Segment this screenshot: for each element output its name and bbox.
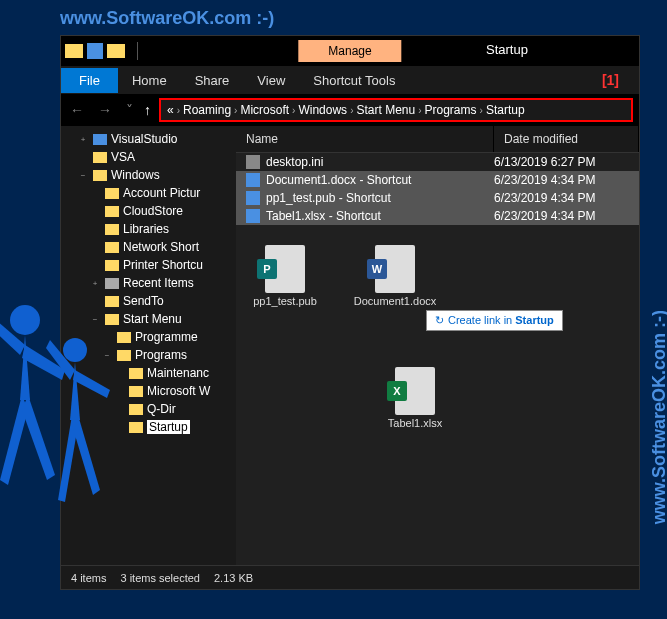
tree-item[interactable]: CloudStore xyxy=(61,202,236,220)
open-icon[interactable] xyxy=(107,44,125,58)
file-name: desktop.ini xyxy=(266,155,494,169)
tree-label: VSA xyxy=(111,150,135,164)
folder-icon xyxy=(105,260,119,271)
tree-label: Recent Items xyxy=(123,276,194,290)
column-name[interactable]: Name xyxy=(236,126,494,152)
titlebar[interactable]: Manage Startup xyxy=(61,36,639,66)
tree-item[interactable]: +VisualStudio xyxy=(61,130,236,148)
list-row[interactable]: pp1_test.pub - Shortcut6/23/2019 4:34 PM xyxy=(236,189,639,207)
tree-label: Maintenanc xyxy=(147,366,209,380)
annotation-marker-1: [1] xyxy=(602,72,619,88)
ribbon-tab-view[interactable]: View xyxy=(243,73,299,88)
navbar: ← → ˅ ↑ « › Roaming › Microsoft › Window… xyxy=(61,94,639,126)
content-area: +VisualStudioVSA−WindowsAccount PicturCl… xyxy=(61,126,639,565)
folder-icon xyxy=(105,188,119,199)
file-date: 6/23/2019 4:34 PM xyxy=(494,173,629,187)
tree-label: Libraries xyxy=(123,222,169,236)
file-name: pp1_test.pub - Shortcut xyxy=(266,191,494,205)
column-date[interactable]: Date modified xyxy=(494,126,639,152)
ribbon-tab-home[interactable]: Home xyxy=(118,73,181,88)
folder-icon xyxy=(105,242,119,253)
quickaccess-icon[interactable] xyxy=(87,43,103,59)
app-badge-icon: X xyxy=(387,381,407,401)
svg-point-0 xyxy=(10,305,40,335)
chevron-right-icon: › xyxy=(292,105,295,116)
ribbon-tab-share[interactable]: Share xyxy=(181,73,244,88)
tree-item[interactable]: Libraries xyxy=(61,220,236,238)
tree-label: Programme xyxy=(135,330,198,344)
drag-ghost-item[interactable]: Ppp1_test.pub xyxy=(240,245,330,307)
tree-label: Q-Dir xyxy=(147,402,176,416)
list-header: Name Date modified xyxy=(236,126,639,153)
tree-item[interactable]: Network Short xyxy=(61,238,236,256)
document-icon: W xyxy=(375,245,415,293)
chevron-right-icon: › xyxy=(418,105,421,116)
folder-icon xyxy=(129,368,143,379)
tree-item[interactable]: VSA xyxy=(61,148,236,166)
app-badge-icon: P xyxy=(257,259,277,279)
tree-label: SendTo xyxy=(123,294,164,308)
nav-up-icon[interactable]: ↑ xyxy=(144,102,151,118)
link-icon: ↻ xyxy=(435,314,444,326)
drag-drop-area[interactable]: ↻Create link in Startup Ppp1_test.pubWDo… xyxy=(236,225,639,565)
ribbon-tab-shortcut-tools[interactable]: Shortcut Tools xyxy=(299,73,409,88)
tree-item[interactable]: Account Pictur xyxy=(61,184,236,202)
chevron-right-icon: › xyxy=(234,105,237,116)
main-pane: Name Date modified desktop.ini6/13/2019 … xyxy=(236,126,639,565)
list-row[interactable]: Document1.docx - Shortcut6/23/2019 4:34 … xyxy=(236,171,639,189)
document-icon: P xyxy=(265,245,305,293)
file-date: 6/23/2019 4:34 PM xyxy=(494,191,629,205)
drag-ghost-item[interactable]: XTabel1.xlsx xyxy=(370,367,460,429)
nav-forward-icon[interactable]: → xyxy=(95,102,115,118)
tree-label: Start Menu xyxy=(123,312,182,326)
chevron-right-icon: › xyxy=(480,105,483,116)
tree-label: Account Pictur xyxy=(123,186,200,200)
folder-icon xyxy=(129,404,143,415)
breadcrumb[interactable]: « › Roaming › Microsoft › Windows › Star… xyxy=(159,98,633,122)
explorer-window: Manage Startup File Home Share View Shor… xyxy=(60,35,640,590)
file-list[interactable]: desktop.ini6/13/2019 6:27 PMDocument1.do… xyxy=(236,153,639,225)
status-size: 2.13 KB xyxy=(214,572,253,584)
breadcrumb-item[interactable]: Startup xyxy=(486,103,525,117)
tree-label: Printer Shortcu xyxy=(123,258,203,272)
breadcrumb-item[interactable]: Programs xyxy=(425,103,477,117)
manage-contextual-tab[interactable]: Manage xyxy=(298,40,401,62)
tree-label: Microsoft W xyxy=(147,384,210,398)
status-selected-count: 3 items selected xyxy=(120,572,199,584)
folder-icon xyxy=(129,422,143,433)
tree-expander-icon[interactable]: + xyxy=(77,135,89,144)
folder-icon xyxy=(93,134,107,145)
tree-label: Startup xyxy=(147,420,190,434)
file-icon xyxy=(246,191,260,205)
breadcrumb-overflow[interactable]: « xyxy=(167,103,174,117)
drop-tooltip: ↻Create link in Startup xyxy=(426,310,563,331)
nav-back-icon[interactable]: ← xyxy=(67,102,87,118)
app-badge-icon: W xyxy=(367,259,387,279)
decorative-dancers xyxy=(0,280,120,560)
nav-dropdown-icon[interactable]: ˅ xyxy=(123,102,136,118)
breadcrumb-item[interactable]: Start Menu xyxy=(356,103,415,117)
tree-item[interactable]: −Windows xyxy=(61,166,236,184)
drag-label: Document1.docx xyxy=(354,295,437,307)
list-row[interactable]: desktop.ini6/13/2019 6:27 PM xyxy=(236,153,639,171)
folder-icon[interactable] xyxy=(65,44,83,58)
file-icon xyxy=(246,173,260,187)
status-item-count: 4 items xyxy=(71,572,106,584)
breadcrumb-item[interactable]: Microsoft xyxy=(240,103,289,117)
tree-item[interactable]: Printer Shortcu xyxy=(61,256,236,274)
breadcrumb-item[interactable]: Roaming xyxy=(183,103,231,117)
tree-label: VisualStudio xyxy=(111,132,178,146)
file-menu[interactable]: File xyxy=(61,68,118,93)
tree-label: Windows xyxy=(111,168,160,182)
tree-label: CloudStore xyxy=(123,204,183,218)
watermark-top: www.SoftwareOK.com :-) xyxy=(60,8,274,29)
statusbar: 4 items 3 items selected 2.13 KB xyxy=(61,565,639,589)
chevron-right-icon: › xyxy=(177,105,180,116)
breadcrumb-item[interactable]: Windows xyxy=(298,103,347,117)
list-row[interactable]: Tabel1.xlsx - Shortcut6/23/2019 4:34 PM xyxy=(236,207,639,225)
tooltip-text: Create link in xyxy=(448,314,515,326)
tree-expander-icon[interactable]: − xyxy=(77,171,89,180)
drag-ghost-item[interactable]: WDocument1.docx xyxy=(350,245,440,307)
ribbon: File Home Share View Shortcut Tools [1] xyxy=(61,66,639,94)
file-name: Tabel1.xlsx - Shortcut xyxy=(266,209,494,223)
